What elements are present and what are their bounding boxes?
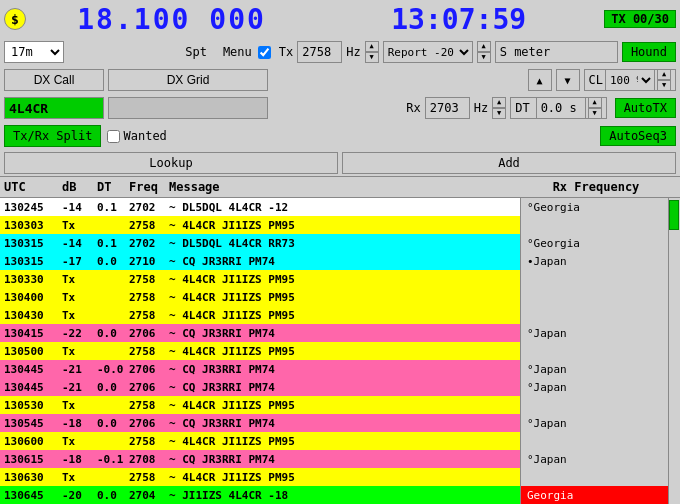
lookup-button[interactable]: Lookup [4, 152, 338, 174]
table-row[interactable]: 130545 -18 0.0 2706 ~ CQ JR3RRI PM74 [0, 414, 520, 432]
table-row[interactable]: 130315 -17 0.0 2710 ~ CQ JR3RRI PM74 [0, 252, 520, 270]
lookup-add-row: Lookup Add [0, 150, 680, 176]
add-button[interactable]: Add [342, 152, 676, 174]
freq-up-button[interactable]: ▲ [528, 69, 552, 91]
frequency-display: 18.100 000 [30, 3, 313, 36]
menu-checkbox[interactable] [258, 46, 271, 59]
rx-freq-item[interactable] [521, 288, 680, 306]
cell-db: Tx [62, 273, 97, 286]
cell-utc: 130303 [4, 219, 62, 232]
rx-freq-item[interactable] [521, 468, 680, 486]
dt-down[interactable]: ▼ [588, 108, 602, 119]
report-down[interactable]: ▼ [477, 52, 491, 63]
dx-call-button[interactable]: DX Call [4, 69, 104, 91]
rx-freq-item[interactable]: °Japan [521, 324, 680, 342]
cell-msg: ~ 4L4CR JI1IZS PM95 [169, 399, 516, 412]
cl-select[interactable]: 100 % [605, 69, 655, 91]
table-row[interactable]: 130415 -22 0.0 2706 ~ CQ JR3RRI PM74 [0, 324, 520, 342]
rx-freq-item[interactable] [521, 216, 680, 234]
cell-freq: 2758 [129, 273, 169, 286]
rx-freq-item[interactable]: Georgia [521, 486, 680, 504]
cell-freq: 2706 [129, 417, 169, 430]
hound-button[interactable]: Hound [622, 42, 676, 62]
rx-freq-item[interactable]: °Japan [521, 414, 680, 432]
tx-hz-up[interactable]: ▲ [365, 41, 379, 52]
rx-freq-item[interactable]: •Japan [521, 252, 680, 270]
cell-freq: 2758 [129, 471, 169, 484]
table-row[interactable]: 130530 Tx 2758 ~ 4L4CR JI1IZS PM95 [0, 396, 520, 414]
rx-hz-down[interactable]: ▼ [492, 108, 506, 119]
rx-label: Rx [406, 101, 420, 115]
table-row[interactable]: 130630 Tx 2758 ~ 4L4CR JI1IZS PM95 [0, 468, 520, 486]
scroll-thumb[interactable] [669, 200, 679, 230]
rx-freq-item[interactable] [521, 432, 680, 450]
cl-box: CL 100 % ▲ ▼ [584, 69, 676, 91]
header-rxfreq: Rx Frequency [516, 180, 676, 194]
tx-hz-spinner[interactable]: ▲ ▼ [365, 41, 379, 63]
table-row[interactable]: 130645 -20 0.0 2704 ~ JI1IZS 4L4CR -18 [0, 486, 520, 504]
dx-grid-button[interactable]: DX Grid [108, 69, 268, 91]
cell-msg: ~ CQ JR3RRI PM74 [169, 453, 516, 466]
cell-freq: 2706 [129, 381, 169, 394]
cell-dt: -0.1 [97, 453, 129, 466]
cell-db: -21 [62, 381, 97, 394]
rx-freq-item[interactable] [521, 306, 680, 324]
s-button[interactable]: $ [4, 8, 26, 30]
dx-grid-input[interactable] [108, 97, 268, 119]
rx-freq-item[interactable] [521, 342, 680, 360]
table-row[interactable]: 130600 Tx 2758 ~ 4L4CR JI1IZS PM95 [0, 432, 520, 450]
table-row[interactable]: 130430 Tx 2758 ~ 4L4CR JI1IZS PM95 [0, 306, 520, 324]
report-up[interactable]: ▲ [477, 41, 491, 52]
table-row[interactable]: 130615 -18 -0.1 2708 ~ CQ JR3RRI PM74 [0, 450, 520, 468]
rx-scrollbar[interactable] [668, 198, 680, 504]
auto-tx-button[interactable]: AutoTX [615, 98, 676, 118]
rx-freq-item[interactable]: °Georgia [521, 198, 680, 216]
table-row[interactable]: 130315 -14 0.1 2702 ~ DL5DQL 4L4CR RR73 [0, 234, 520, 252]
wanted-checkbox-label[interactable]: Wanted [107, 129, 166, 143]
rx-freq-item[interactable] [521, 270, 680, 288]
controls-row5: Tx/Rx Split Wanted AutoSeq3 [0, 122, 680, 150]
rx-freq-item[interactable]: °Japan [521, 360, 680, 378]
cell-msg: ~ 4L4CR JI1IZS PM95 [169, 345, 516, 358]
rx-hz-up[interactable]: ▲ [492, 97, 506, 108]
cl-up[interactable]: ▲ [657, 69, 671, 80]
rx-freq-item[interactable]: °Georgia [521, 234, 680, 252]
table-row[interactable]: 130445 -21 0.0 2706 ~ CQ JR3RRI PM74 [0, 378, 520, 396]
cell-utc: 130400 [4, 291, 62, 304]
controls-row3: DX Call DX Grid ▲ ▼ CL 100 % ▲ ▼ [0, 66, 680, 94]
rx-hz-spinner[interactable]: ▲ ▼ [492, 97, 506, 119]
txrx-split-button[interactable]: Tx/Rx Split [4, 125, 101, 147]
table-row[interactable]: 130445 -21 -0.0 2706 ~ CQ JR3RRI PM74 [0, 360, 520, 378]
wanted-label: Wanted [123, 129, 166, 143]
report-select[interactable]: Report -20 [383, 41, 473, 63]
cell-dt: 0.0 [97, 417, 129, 430]
cell-db: Tx [62, 399, 97, 412]
cell-dt: 0.0 [97, 255, 129, 268]
tx-hz-down[interactable]: ▼ [365, 52, 379, 63]
cell-msg: ~ 4L4CR JI1IZS PM95 [169, 471, 516, 484]
dx-call-input[interactable] [4, 97, 104, 119]
rx-freq-item[interactable] [521, 396, 680, 414]
auto-seq-button[interactable]: AutoSeq3 [600, 126, 676, 146]
table-row[interactable]: 130303 Tx 2758 ~ 4L4CR JI1IZS PM95 [0, 216, 520, 234]
freq-down-button[interactable]: ▼ [556, 69, 580, 91]
table-row[interactable]: 130400 Tx 2758 ~ 4L4CR JI1IZS PM95 [0, 288, 520, 306]
dt-up[interactable]: ▲ [588, 97, 602, 108]
cell-utc: 130445 [4, 363, 62, 376]
cl-spinner[interactable]: ▲ ▼ [657, 69, 671, 91]
cell-db: Tx [62, 345, 97, 358]
table-row[interactable]: 130330 Tx 2758 ~ 4L4CR JI1IZS PM95 [0, 270, 520, 288]
cell-msg: ~ CQ JR3RRI PM74 [169, 363, 516, 376]
band-select[interactable]: 17m [4, 41, 64, 63]
cell-freq: 2758 [129, 309, 169, 322]
controls-row4: Rx 2703 Hz ▲ ▼ DT 0.0 s ▲ ▼ AutoTX [0, 94, 680, 122]
cell-freq: 2708 [129, 453, 169, 466]
report-spinner[interactable]: ▲ ▼ [477, 41, 491, 63]
table-row[interactable]: 130245 -14 0.1 2702 ~ DL5DQL 4L4CR -12 [0, 198, 520, 216]
rx-freq-item[interactable]: °Japan [521, 378, 680, 396]
rx-freq-item[interactable]: °Japan [521, 450, 680, 468]
wanted-checkbox[interactable] [107, 130, 120, 143]
cl-down[interactable]: ▼ [657, 80, 671, 91]
dt-spinner[interactable]: ▲ ▼ [588, 97, 602, 119]
table-row[interactable]: 130500 Tx 2758 ~ 4L4CR JI1IZS PM95 [0, 342, 520, 360]
